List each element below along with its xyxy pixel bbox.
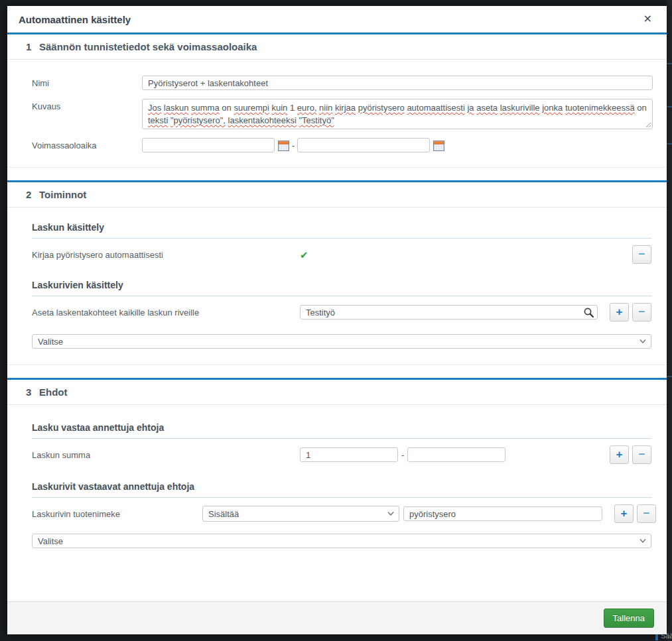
dialog-footer: Tallenna — [7, 601, 667, 634]
invoice-conditions-subheader: Lasku vastaa annettuja ehtoja — [32, 422, 651, 439]
rounding-action-label: Kirjaa pyöristysero automaattisesti — [32, 250, 300, 260]
add-action-select-value: Valitse — [38, 337, 63, 347]
name-label: Nimi — [32, 76, 142, 90]
product-text-input[interactable] — [403, 506, 602, 521]
costcenter-input[interactable] — [300, 305, 598, 320]
section1-header: 1 Säännön tunnistetiedot sekä voimassaol… — [7, 34, 667, 60]
check-icon: ✔ — [300, 250, 308, 260]
background-row-divider — [667, 376, 672, 377]
validity-end-input[interactable] — [297, 138, 430, 152]
line-conditions-subheader: Laskurivit vastaavat annettuja ehtoja — [32, 481, 651, 498]
condition-row-sum: Laskun summa - + − — [32, 445, 651, 464]
section2-number: 2 — [26, 189, 39, 200]
dialog-title: Automaattinen käsittely — [19, 14, 131, 25]
section3-number: 3 — [26, 386, 39, 398]
section-actions: 2 Toiminnot Laskun käsittely Kirjaa pyör… — [7, 180, 667, 365]
section1-number: 1 — [26, 41, 39, 52]
remove-action-button[interactable]: − — [632, 303, 651, 321]
sum-min-input[interactable] — [300, 447, 398, 462]
background-row-divider — [667, 106, 672, 107]
sum-range-separator: - — [401, 450, 404, 460]
section-conditions: 3 Ehdot Lasku vastaa annettuja ehtoja La… — [7, 378, 667, 601]
description-text: Jos laskun summa on suurempi kuin 1 euro… — [148, 103, 647, 125]
invoice-handling-subheader: Laskun käsittely — [32, 222, 651, 239]
section-rule-identification: 1 Säännön tunnistetiedot sekä voimassaol… — [7, 34, 667, 168]
operator-select[interactable]: Sisältää — [202, 506, 399, 522]
name-input[interactable] — [142, 76, 653, 90]
invoice-sum-label: Laskun summa — [32, 450, 300, 460]
validity-label: Voimassaoloaika — [32, 141, 142, 150]
calendar-icon[interactable] — [278, 140, 289, 151]
description-textarea[interactable]: Jos laskun summa on suurempi kuin 1 euro… — [142, 99, 653, 129]
operator-select-value: Sisältää — [208, 509, 239, 519]
add-condition-button[interactable]: + — [610, 445, 629, 464]
chevron-down-icon — [387, 511, 394, 516]
search-icon[interactable] — [583, 307, 594, 318]
product-name-label: Laskurivin tuotenimeke — [32, 509, 202, 519]
chevron-down-icon — [639, 339, 646, 344]
remove-condition-button[interactable]: − — [632, 445, 651, 464]
add-condition-select[interactable]: Valitse — [32, 534, 651, 548]
add-condition-button[interactable]: + — [614, 504, 634, 523]
add-condition-select-value: Valitse — [38, 536, 63, 546]
section3-header: 3 Ehdot — [7, 380, 667, 405]
dialog-header: Automaattinen käsittely ✕ — [7, 6, 667, 34]
action-row-rounding: Kirjaa pyöristysero automaattisesti ✔ − — [32, 245, 651, 264]
validity-start-input[interactable] — [142, 138, 275, 152]
section2-header: 2 Toiminnot — [7, 182, 667, 207]
section2-title: Toiminnot — [39, 189, 86, 200]
close-icon[interactable]: ✕ — [641, 13, 655, 26]
background-page-strip — [667, 0, 672, 641]
automatic-processing-dialog: Automaattinen käsittely ✕ 1 Säännön tunn… — [7, 6, 667, 634]
remove-action-button[interactable]: − — [632, 245, 651, 264]
background-row-divider — [667, 63, 672, 64]
costcenters-action-label: Aseta laskentakohteet kaikille laskun ri… — [32, 308, 300, 318]
save-button[interactable]: Tallenna — [604, 609, 654, 628]
action-row-costcenters: Aseta laskentakohteet kaikille laskun ri… — [32, 303, 651, 321]
background-accent-bar — [655, 634, 658, 640]
background-row-divider — [667, 143, 672, 145]
invoice-rows-handling-subheader: Laskurivien käsittely — [32, 280, 651, 296]
chevron-down-icon — [639, 538, 646, 544]
add-action-select[interactable]: Valitse — [32, 334, 651, 349]
add-action-button[interactable]: + — [610, 303, 629, 321]
resize-grip-icon[interactable] — [645, 122, 651, 128]
section3-title: Ehdot — [39, 386, 68, 398]
description-label: Kuvaus — [32, 99, 142, 129]
calendar-icon[interactable] — [433, 140, 444, 151]
section1-title: Säännön tunnistetiedot sekä voimassaoloa… — [39, 41, 257, 52]
condition-row-product: Laskurivin tuotenimeke Sisältää + − — [32, 504, 651, 523]
validity-range-separator: - — [292, 141, 295, 150]
remove-condition-button[interactable]: − — [637, 504, 656, 523]
sum-max-input[interactable] — [407, 447, 505, 462]
